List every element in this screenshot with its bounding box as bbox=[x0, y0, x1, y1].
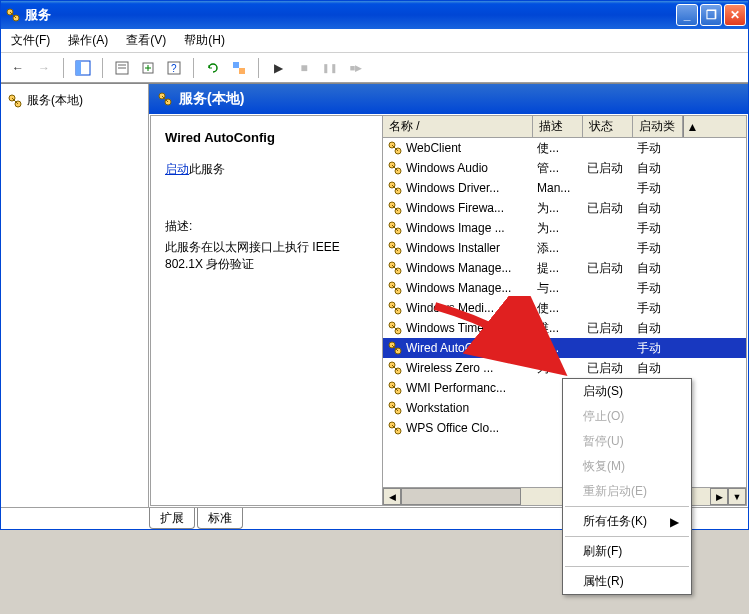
start-service-button[interactable]: ▶ bbox=[267, 57, 289, 79]
service-status-cell: 已启动 bbox=[583, 320, 633, 337]
service-row[interactable]: Windows Manage...提...已启动自动 bbox=[383, 258, 746, 278]
forward-button[interactable]: → bbox=[33, 57, 55, 79]
scroll-thumb[interactable] bbox=[401, 488, 521, 505]
menu-view[interactable]: 查看(V) bbox=[120, 30, 172, 51]
window-title: 服务 bbox=[25, 6, 676, 24]
col-status[interactable]: 状态 bbox=[583, 116, 633, 137]
service-row[interactable]: Windows Time维...已启动自动 bbox=[383, 318, 746, 338]
scroll-down-button-corner[interactable]: ▼ bbox=[728, 488, 746, 505]
col-startup[interactable]: 启动类 bbox=[633, 116, 683, 137]
cm-all-tasks[interactable]: 所有任务(K)▶ bbox=[563, 509, 691, 530]
service-row-icon bbox=[387, 360, 403, 376]
back-button[interactable]: ← bbox=[7, 57, 29, 79]
service-row[interactable]: Windows Audio管...已启动自动 bbox=[383, 158, 746, 178]
service-desc-cell: 维... bbox=[533, 320, 583, 337]
service-row[interactable]: Wireless Zero ...为...已启动自动 bbox=[383, 358, 746, 378]
service-name-cell: Windows Manage... bbox=[406, 281, 511, 295]
service-name-cell: Windows Driver... bbox=[406, 181, 499, 195]
service-row-icon bbox=[387, 340, 403, 356]
service-desc-cell: 为... bbox=[533, 200, 583, 217]
play-icon: ▶ bbox=[274, 61, 283, 75]
description-heading: 描述: bbox=[165, 218, 368, 235]
service-row-icon bbox=[387, 400, 403, 416]
scroll-up-button[interactable]: ▲ bbox=[683, 116, 701, 137]
selected-service-name: Wired AutoConfig bbox=[165, 130, 368, 145]
svg-text:?: ? bbox=[171, 63, 177, 74]
service-name-cell: Windows Time bbox=[406, 321, 484, 335]
service-row[interactable]: Windows Firewa...为...已启动自动 bbox=[383, 198, 746, 218]
menu-file[interactable]: 文件(F) bbox=[5, 30, 56, 51]
service-row-icon bbox=[387, 280, 403, 296]
menu-help[interactable]: 帮助(H) bbox=[178, 30, 231, 51]
service-name-cell: Workstation bbox=[406, 401, 469, 415]
restart-service-button[interactable]: ■▶ bbox=[345, 57, 367, 79]
context-menu: 启动(S) 停止(O) 暂停(U) 恢复(M) 重新启动(E) 所有任务(K)▶… bbox=[562, 378, 692, 530]
maximize-button[interactable]: ❐ bbox=[700, 4, 722, 26]
service-startup-cell: 自动 bbox=[633, 200, 683, 217]
show-hide-tree-button[interactable] bbox=[72, 57, 94, 79]
service-name-cell: Wired AutoConfig bbox=[406, 341, 499, 355]
service-row-icon bbox=[387, 300, 403, 316]
properties-button[interactable] bbox=[111, 57, 133, 79]
tab-standard[interactable]: 标准 bbox=[197, 508, 243, 529]
service-startup-cell: 手动 bbox=[633, 300, 683, 317]
service-row[interactable]: Wired AutoConfig此...手动 bbox=[383, 338, 746, 358]
service-name-cell: Windows Installer bbox=[406, 241, 500, 255]
stop-service-button[interactable]: ■ bbox=[293, 57, 315, 79]
service-row[interactable]: Windows Medi...使...手动 bbox=[383, 298, 746, 318]
pause-service-button[interactable]: ❚❚ bbox=[319, 57, 341, 79]
service-desc-cell: 为... bbox=[533, 360, 583, 377]
cm-resume: 恢复(M) bbox=[563, 454, 691, 479]
tab-extended[interactable]: 扩展 bbox=[149, 508, 195, 529]
service-row-icon bbox=[387, 260, 403, 276]
menu-action[interactable]: 操作(A) bbox=[62, 30, 114, 51]
service-status-cell: 已启动 bbox=[583, 200, 633, 217]
service-row[interactable]: Windows Manage...与...手动 bbox=[383, 278, 746, 298]
service-name-cell: Windows Firewa... bbox=[406, 201, 504, 215]
help-button[interactable]: ? bbox=[163, 57, 185, 79]
service-row[interactable]: WebClient使...手动 bbox=[383, 138, 746, 158]
service-desc-cell: 管... bbox=[533, 160, 583, 177]
cm-start[interactable]: 启动(S) bbox=[563, 379, 691, 404]
minimize-button[interactable]: _ bbox=[676, 4, 698, 26]
menubar: 文件(F) 操作(A) 查看(V) 帮助(H) bbox=[1, 29, 748, 53]
service-startup-cell: 自动 bbox=[633, 320, 683, 337]
col-name[interactable]: 名称 / bbox=[383, 116, 533, 137]
service-info-pane: Wired AutoConfig 启动此服务 描述: 此服务在以太网接口上执行 … bbox=[151, 116, 383, 505]
tree-root-services[interactable]: 服务(本地) bbox=[5, 90, 144, 111]
service-row-icon bbox=[387, 200, 403, 216]
service-row[interactable]: Windows Driver...Man...手动 bbox=[383, 178, 746, 198]
service-status-cell: 已启动 bbox=[583, 260, 633, 277]
service-name-cell: WebClient bbox=[406, 141, 461, 155]
service-startup-cell: 手动 bbox=[633, 140, 683, 157]
forward-icon: → bbox=[38, 61, 50, 75]
services-node-icon bbox=[7, 93, 23, 109]
scroll-right-icon: ▶ bbox=[716, 492, 723, 502]
service-row[interactable]: Windows Installer添...手动 bbox=[383, 238, 746, 258]
start-service-link[interactable]: 启动 bbox=[165, 162, 189, 176]
pause-icon: ❚❚ bbox=[322, 63, 338, 73]
scroll-left-button[interactable]: ◀ bbox=[383, 488, 401, 505]
scroll-left-icon: ◀ bbox=[389, 492, 396, 502]
service-startup-cell: 自动 bbox=[633, 160, 683, 177]
scroll-up-icon: ▲ bbox=[687, 120, 699, 134]
close-button[interactable]: ✕ bbox=[724, 4, 746, 26]
service-row-icon bbox=[387, 380, 403, 396]
scroll-right-button[interactable]: ▶ bbox=[710, 488, 728, 505]
service-desc-cell: 此... bbox=[533, 340, 583, 357]
list-header: 名称 / 描述 状态 启动类 ▲ bbox=[383, 116, 746, 138]
service-row[interactable]: Windows Image ...为...手动 bbox=[383, 218, 746, 238]
svg-rect-3 bbox=[76, 61, 81, 75]
submenu-arrow-icon: ▶ bbox=[670, 515, 679, 529]
service-startup-cell: 手动 bbox=[633, 340, 683, 357]
service-row-icon bbox=[387, 140, 403, 156]
service-startup-cell: 自动 bbox=[633, 360, 683, 377]
config-button[interactable] bbox=[228, 57, 250, 79]
export-button[interactable] bbox=[137, 57, 159, 79]
col-desc[interactable]: 描述 bbox=[533, 116, 583, 137]
cm-stop: 停止(O) bbox=[563, 404, 691, 429]
service-row-icon bbox=[387, 420, 403, 436]
back-icon: ← bbox=[12, 61, 24, 75]
pane-header-title: 服务(本地) bbox=[179, 90, 244, 108]
refresh-button[interactable] bbox=[202, 57, 224, 79]
